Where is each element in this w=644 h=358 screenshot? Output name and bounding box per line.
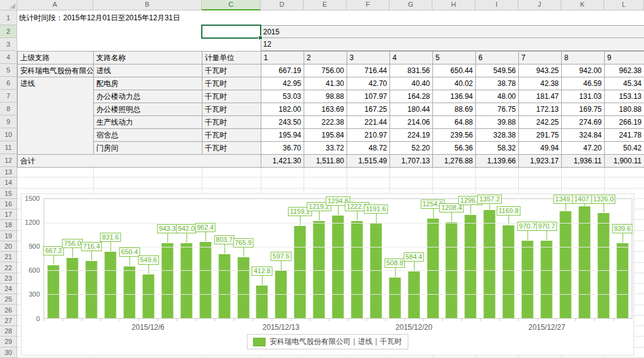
table-cell-branch-name[interactable]: 生产线动力 bbox=[94, 116, 202, 129]
table-cell-branch-name[interactable]: 门房间 bbox=[94, 142, 202, 155]
table-day-header-cell[interactable]: 8 bbox=[562, 52, 605, 64]
row-header-30[interactable]: 30 bbox=[0, 348, 17, 358]
row-header-18[interactable]: 18 bbox=[0, 220, 17, 230]
row-header-12[interactable]: 12 bbox=[0, 154, 17, 167]
bar-day-31[interactable] bbox=[616, 243, 628, 318]
bar-day-30[interactable] bbox=[597, 213, 609, 318]
cell-a1-report-period[interactable]: 统计时间段：2015年12月01日至2015年12月31日 bbox=[19, 10, 180, 25]
table-cell-value[interactable]: 222.38 bbox=[304, 116, 347, 129]
row-header-13[interactable]: 13 bbox=[0, 167, 17, 177]
column-header-G[interactable]: G bbox=[389, 0, 432, 10]
bar-day-25[interactable] bbox=[503, 225, 515, 318]
table-cell-value[interactable]: 42.70 bbox=[347, 77, 390, 90]
table-cell-unit[interactable]: 千瓦时 bbox=[202, 77, 261, 90]
row-header-27[interactable]: 27 bbox=[0, 316, 17, 326]
bar-day-16[interactable] bbox=[332, 216, 344, 318]
row-header-8[interactable]: 8 bbox=[0, 103, 17, 115]
bar-day-6[interactable] bbox=[142, 274, 154, 318]
table-cell-value[interactable]: 943.25 bbox=[519, 64, 562, 77]
table-cell-value[interactable]: 224.19 bbox=[390, 129, 433, 142]
row-header-14[interactable]: 14 bbox=[0, 177, 17, 188]
column-header-C[interactable]: C bbox=[202, 0, 261, 10]
table-cell-value[interactable]: 76.75 bbox=[476, 103, 519, 116]
table-total-label-cell[interactable]: 合计 bbox=[18, 155, 261, 168]
table-cell-unit[interactable]: 千瓦时 bbox=[202, 142, 261, 155]
table-cell-value[interactable]: 33.72 bbox=[304, 142, 347, 155]
table-cell-value[interactable]: 241.78 bbox=[605, 129, 644, 142]
table-cell-value[interactable]: 48.72 bbox=[347, 142, 390, 155]
column-header-A[interactable]: A bbox=[17, 0, 93, 10]
row-header-28[interactable]: 28 bbox=[0, 326, 17, 337]
row-header-22[interactable]: 22 bbox=[0, 262, 17, 273]
table-cell-value[interactable]: 324.84 bbox=[562, 129, 605, 142]
bar-day-28[interactable] bbox=[559, 211, 571, 318]
table-cell-value[interactable]: 98.88 bbox=[304, 90, 347, 103]
bar-day-1[interactable] bbox=[48, 265, 59, 318]
table-cell-value[interactable]: 650.44 bbox=[433, 64, 476, 77]
table-day-header-cell[interactable]: 6 bbox=[476, 52, 519, 64]
bar-day-17[interactable] bbox=[351, 221, 362, 318]
table-cell-value[interactable]: 942.00 bbox=[562, 64, 605, 77]
table-cell-unit[interactable]: 千瓦时 bbox=[202, 90, 261, 103]
row-header-7[interactable]: 7 bbox=[0, 90, 17, 103]
row-header-3[interactable]: 3 bbox=[0, 38, 17, 51]
bar-day-24[interactable] bbox=[484, 210, 496, 318]
bar-day-15[interactable] bbox=[313, 221, 325, 318]
table-cell-value[interactable]: 136.94 bbox=[433, 90, 476, 103]
table-cell-value[interactable]: 214.06 bbox=[390, 116, 433, 129]
table-cell-value[interactable]: 49.94 bbox=[519, 142, 562, 155]
bar-day-20[interactable] bbox=[408, 271, 420, 318]
cell-year[interactable]: 2015 bbox=[261, 26, 644, 38]
row-header-5[interactable]: 5 bbox=[0, 64, 17, 77]
table-total-value[interactable]: 1,923.17 bbox=[519, 155, 562, 168]
table-day-header-cell[interactable]: 5 bbox=[433, 52, 476, 64]
table-total-value[interactable]: 1,900.11 bbox=[605, 155, 644, 168]
table-cell-value[interactable]: 172.13 bbox=[519, 103, 562, 116]
table-cell-value[interactable]: 48.00 bbox=[476, 90, 519, 103]
table-cell-parent-branch[interactable]: 进线 bbox=[18, 77, 94, 155]
bar-day-7[interactable] bbox=[161, 243, 173, 318]
table-day-header-cell[interactable]: 4 bbox=[390, 52, 433, 64]
table-cell-value[interactable]: 328.38 bbox=[476, 129, 519, 142]
column-header-E[interactable]: E bbox=[304, 0, 347, 10]
bar-day-12[interactable] bbox=[256, 286, 268, 318]
table-cell-value[interactable]: 243.50 bbox=[261, 116, 304, 129]
table-cell-value[interactable]: 40.02 bbox=[433, 77, 476, 90]
table-cell-value[interactable]: 167.25 bbox=[347, 103, 390, 116]
table-cell-value[interactable]: 163.69 bbox=[304, 103, 347, 116]
table-cell-unit[interactable]: 千瓦时 bbox=[202, 129, 261, 142]
table-cell-branch-name[interactable]: 配电房 bbox=[94, 77, 202, 90]
bar-day-26[interactable] bbox=[522, 241, 534, 318]
bar-day-4[interactable] bbox=[105, 252, 117, 318]
row-header-24[interactable]: 24 bbox=[0, 284, 17, 294]
bar-day-8[interactable] bbox=[180, 243, 192, 318]
table-cell-value[interactable]: 50.42 bbox=[605, 142, 644, 155]
table-cell-value[interactable]: 169.75 bbox=[562, 103, 605, 116]
row-header-2[interactable]: 2 bbox=[0, 25, 17, 38]
table-day-header-cell[interactable]: 1 bbox=[261, 52, 304, 64]
table-cell-value[interactable]: 56.36 bbox=[433, 142, 476, 155]
bar-day-19[interactable] bbox=[389, 278, 401, 318]
table-cell-value[interactable]: 64.88 bbox=[433, 116, 476, 129]
table-cell-value[interactable]: 180.44 bbox=[390, 103, 433, 116]
table-header-cell[interactable]: 上级支路 bbox=[18, 52, 94, 64]
table-cell-unit[interactable]: 千瓦时 bbox=[202, 103, 261, 116]
table-cell-value[interactable]: 667.19 bbox=[261, 64, 304, 77]
table-cell-value[interactable]: 39.88 bbox=[476, 116, 519, 129]
selected-cell-c2[interactable] bbox=[201, 25, 261, 39]
table-cell-branch-name[interactable]: 办公楼照明总 bbox=[94, 103, 202, 116]
table-cell-unit[interactable]: 千瓦时 bbox=[202, 116, 261, 129]
table-cell-value[interactable]: 41.30 bbox=[304, 77, 347, 90]
table-cell-value[interactable]: 756.00 bbox=[304, 64, 347, 77]
table-cell-value[interactable]: 107.97 bbox=[347, 90, 390, 103]
table-cell-value[interactable]: 266.19 bbox=[605, 116, 644, 129]
table-cell-value[interactable]: 47.20 bbox=[562, 142, 605, 155]
table-cell-value[interactable]: 716.44 bbox=[347, 64, 390, 77]
table-cell-branch-name[interactable]: 宿舍总 bbox=[94, 129, 202, 142]
bar-chart[interactable]: 667.2756.0716.4831.6650.4549.6943.3942.0… bbox=[21, 193, 634, 356]
row-header-21[interactable]: 21 bbox=[0, 252, 17, 262]
select-all-corner[interactable] bbox=[0, 0, 17, 10]
bar-day-14[interactable] bbox=[294, 226, 306, 318]
column-header-L[interactable]: L bbox=[604, 0, 644, 10]
row-header-10[interactable]: 10 bbox=[0, 128, 17, 141]
